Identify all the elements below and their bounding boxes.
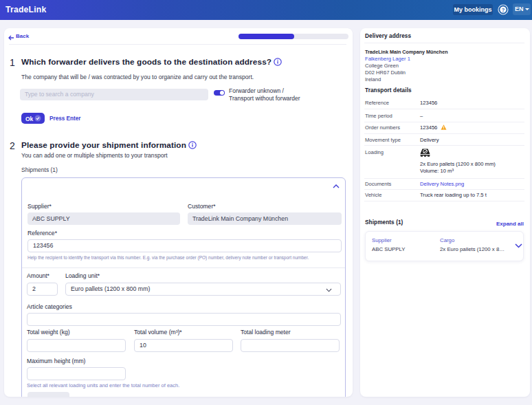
- svg-text:?: ?: [502, 7, 505, 13]
